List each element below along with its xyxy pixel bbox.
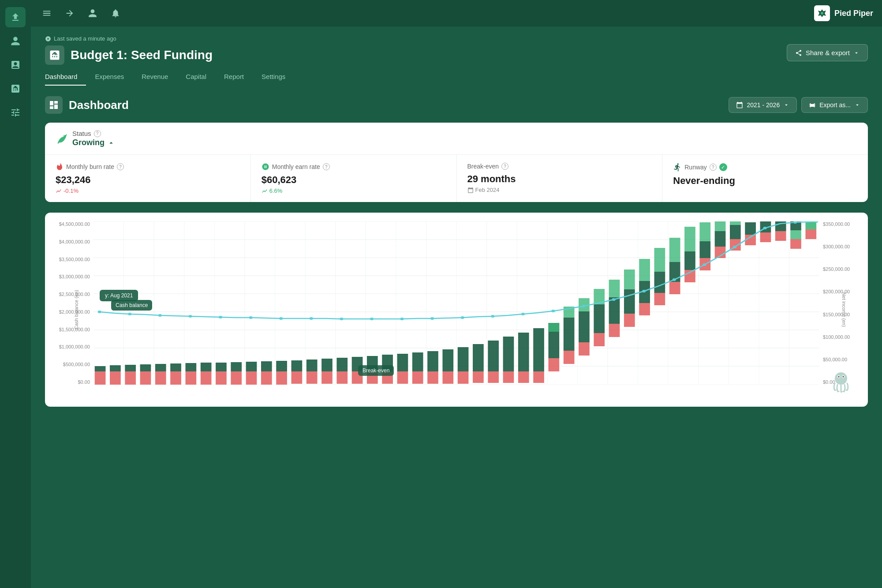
tab-revenue[interactable]: Revenue [133, 68, 177, 86]
budget-name: Budget 1: Seed Funding [71, 48, 213, 62]
tab-settings[interactable]: Settings [253, 68, 294, 86]
svg-rect-99 [564, 351, 575, 364]
svg-rect-72 [382, 355, 393, 371]
svg-rect-80 [442, 349, 453, 371]
svg-rect-109 [624, 289, 635, 314]
export-label: Export as... [819, 101, 851, 109]
svg-rect-85 [473, 371, 484, 383]
svg-rect-35 [95, 371, 106, 385]
metric-runway-value: Never-ending [673, 175, 857, 187]
sidebar-item-person[interactable] [5, 31, 26, 51]
svg-point-163 [673, 278, 676, 281]
forward-icon[interactable] [63, 6, 77, 20]
status-help-icon[interactable]: ? [94, 130, 101, 137]
svg-rect-46 [185, 363, 196, 371]
tab-expenses[interactable]: Expenses [86, 68, 133, 86]
sidebar-item-calculator[interactable] [5, 79, 26, 99]
svg-rect-47 [185, 371, 196, 385]
stats-container: Status ? Growing [45, 123, 868, 202]
metric-earn-rate-label: Monthly earn rate ? [262, 163, 446, 171]
metric-burn-rate-sub: -0.1% [56, 187, 240, 194]
sidebar-item-analytics[interactable] [5, 55, 26, 75]
metric-runway: Runway ? ✓ Never-ending [662, 155, 868, 202]
trend-icon [56, 188, 62, 194]
menu-icon[interactable] [40, 6, 54, 20]
runway-check-badge: ✓ [719, 163, 727, 171]
svg-rect-81 [442, 371, 453, 384]
y-axis-right: $350,000.00 $300,000.00 $250,000.00 $200… [819, 221, 859, 385]
svg-rect-88 [503, 337, 514, 371]
svg-rect-65 [321, 371, 333, 384]
dashboard-title-text: Dashboard [69, 98, 129, 112]
y-left-title: Cash balance (en) [74, 290, 79, 330]
svg-rect-106 [609, 297, 620, 324]
svg-rect-77 [412, 371, 423, 384]
status-label-text: Status ? [72, 130, 115, 137]
trend-up-icon [262, 188, 268, 194]
svg-rect-45 [170, 371, 181, 385]
svg-rect-76 [412, 352, 423, 371]
metric-earn-rate-value: $60,623 [262, 174, 446, 186]
brand-logo [814, 5, 830, 21]
svg-point-146 [158, 314, 162, 317]
tab-report[interactable]: Report [215, 68, 253, 86]
svg-point-152 [340, 318, 343, 320]
svg-rect-62 [306, 360, 318, 371]
svg-rect-140 [790, 230, 801, 239]
metric-burn-rate-label: Monthly burn rate ? [56, 163, 240, 171]
svg-rect-105 [594, 333, 605, 346]
burn-rate-help-icon[interactable]: ? [117, 163, 124, 170]
svg-point-144 [98, 311, 101, 313]
earn-rate-help-icon[interactable]: ? [323, 163, 330, 170]
metric-burn-rate-value: $23,246 [56, 174, 240, 186]
y-left-label-8: $500,000.00 [63, 362, 90, 367]
chart-container: $4,500,000.00 $4,000,000.00 $3,500,000.0… [45, 213, 868, 407]
chart-svg-area: y: Aug 2021 Cash balance Break-even [93, 221, 819, 385]
y-left-label-3: $3,000,000.00 [59, 274, 90, 279]
fire-icon [56, 163, 64, 171]
date-range-button[interactable]: 2021 - 2026 [729, 97, 797, 113]
svg-point-158 [521, 313, 525, 315]
svg-point-154 [400, 318, 404, 320]
brand: Pied Piper [814, 5, 873, 21]
svg-rect-53 [231, 371, 242, 385]
svg-rect-38 [125, 365, 136, 371]
svg-rect-41 [140, 371, 151, 385]
sidebar-item-sliders[interactable] [5, 102, 26, 123]
svg-point-160 [582, 305, 585, 307]
tab-capital[interactable]: Capital [177, 68, 215, 86]
svg-rect-56 [261, 361, 272, 371]
person-icon[interactable] [86, 6, 100, 20]
svg-point-157 [491, 315, 494, 318]
svg-rect-133 [745, 222, 756, 235]
svg-rect-119 [669, 238, 680, 262]
tab-dashboard[interactable]: Dashboard [45, 68, 86, 86]
svg-rect-61 [292, 371, 303, 384]
svg-rect-86 [488, 341, 499, 371]
svg-rect-57 [261, 371, 272, 385]
y-right-label-0: $350,000.00 [823, 221, 850, 227]
svg-rect-127 [715, 231, 726, 247]
y-left-label-9: $0.00 [78, 379, 90, 385]
svg-rect-42 [155, 364, 166, 371]
export-button[interactable]: Export as... [801, 97, 868, 113]
svg-rect-71 [367, 371, 378, 384]
svg-point-161 [612, 298, 616, 301]
svg-rect-131 [730, 221, 741, 225]
runway-help-icon[interactable]: ? [710, 164, 717, 171]
svg-rect-34 [95, 366, 106, 371]
svg-rect-120 [669, 282, 680, 294]
y-right-label-6: $50,000.00 [823, 357, 847, 362]
svg-point-145 [128, 313, 131, 315]
budget-icon [45, 45, 64, 65]
notification-icon[interactable] [108, 6, 123, 20]
svg-rect-91 [518, 371, 529, 383]
svg-rect-95 [548, 323, 559, 332]
sidebar-item-upload[interactable] [5, 7, 26, 27]
breakeven-help-icon[interactable]: ? [501, 163, 508, 170]
svg-rect-50 [216, 363, 227, 371]
svg-rect-39 [125, 371, 136, 385]
svg-rect-117 [654, 293, 665, 305]
share-export-button[interactable]: Share & export [787, 44, 868, 61]
topbar-left [40, 6, 123, 20]
